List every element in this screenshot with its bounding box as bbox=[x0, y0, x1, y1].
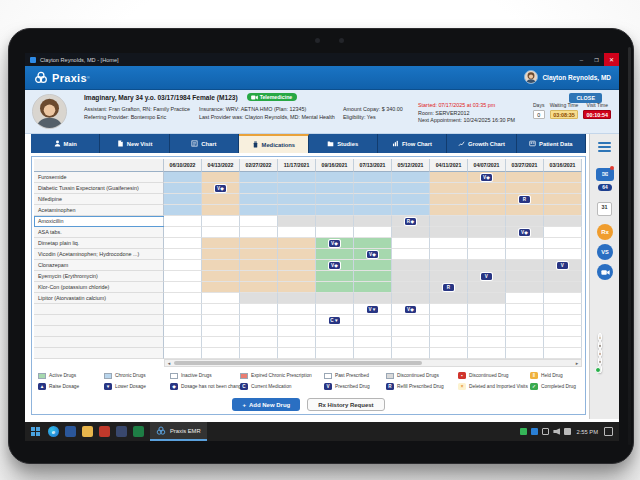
medication-cell[interactable] bbox=[316, 194, 354, 205]
action-center-icon[interactable] bbox=[604, 427, 613, 436]
medication-cell[interactable] bbox=[430, 183, 468, 194]
medication-cell[interactable] bbox=[202, 260, 240, 271]
medication-cell[interactable] bbox=[506, 271, 544, 282]
medication-cell[interactable]: V▼ bbox=[354, 304, 392, 315]
medication-cell[interactable] bbox=[240, 315, 278, 326]
drug-name[interactable]: Eyemycin (Erythromycin) bbox=[34, 271, 164, 282]
medication-cell[interactable] bbox=[506, 282, 544, 293]
medication-cell[interactable] bbox=[430, 348, 468, 359]
visit-date-header[interactable]: 11/17/2021 bbox=[278, 159, 316, 172]
medication-cell[interactable] bbox=[468, 238, 506, 249]
medication-cell[interactable] bbox=[316, 304, 354, 315]
medication-cell[interactable] bbox=[316, 172, 354, 183]
tab-medications[interactable]: Medications bbox=[239, 134, 308, 153]
medication-cell[interactable] bbox=[240, 227, 278, 238]
scroll-right-icon[interactable]: ▸ bbox=[573, 360, 581, 366]
medication-cell[interactable] bbox=[506, 315, 544, 326]
medication-cell[interactable] bbox=[240, 260, 278, 271]
medication-cell[interactable] bbox=[164, 249, 202, 260]
prescription-badge[interactable]: R◆ bbox=[405, 218, 416, 225]
medication-cell[interactable] bbox=[544, 172, 582, 183]
medication-cell[interactable]: R◆ bbox=[392, 216, 430, 227]
medication-cell[interactable] bbox=[506, 337, 544, 348]
medication-cell[interactable] bbox=[544, 205, 582, 216]
medication-cell[interactable] bbox=[430, 326, 468, 337]
medication-cell[interactable] bbox=[240, 293, 278, 304]
medication-cell[interactable] bbox=[544, 326, 582, 337]
medication-cell[interactable] bbox=[278, 260, 316, 271]
contact-avatar[interactable] bbox=[598, 349, 602, 357]
medication-cell[interactable] bbox=[202, 304, 240, 315]
medication-cell[interactable] bbox=[506, 216, 544, 227]
medication-cell[interactable] bbox=[430, 194, 468, 205]
medication-cell[interactable] bbox=[278, 227, 316, 238]
medication-cell[interactable] bbox=[506, 183, 544, 194]
close-window-button[interactable]: ✕ bbox=[604, 53, 619, 66]
medication-cell[interactable] bbox=[202, 216, 240, 227]
medication-cell[interactable] bbox=[468, 194, 506, 205]
medication-cell[interactable] bbox=[202, 194, 240, 205]
tray-user-icon[interactable] bbox=[564, 428, 571, 435]
medication-cell[interactable] bbox=[202, 337, 240, 348]
medication-cell[interactable] bbox=[164, 282, 202, 293]
medication-cell[interactable] bbox=[354, 348, 392, 359]
medication-cell[interactable] bbox=[468, 227, 506, 238]
drug-name[interactable]: Clonazepam bbox=[34, 260, 164, 271]
medication-cell[interactable] bbox=[354, 216, 392, 227]
medication-cell[interactable]: V◆ bbox=[316, 238, 354, 249]
medication-cell[interactable] bbox=[278, 183, 316, 194]
medication-cell[interactable] bbox=[506, 238, 544, 249]
medication-cell[interactable]: V◆ bbox=[392, 304, 430, 315]
tray-display-icon[interactable] bbox=[542, 428, 549, 435]
tab-studies[interactable]: Studies bbox=[309, 134, 378, 153]
medication-cell[interactable] bbox=[506, 260, 544, 271]
prescription-badge[interactable]: V▼ bbox=[367, 306, 378, 313]
medication-cell[interactable] bbox=[392, 183, 430, 194]
medication-cell[interactable] bbox=[544, 315, 582, 326]
medication-cell[interactable] bbox=[430, 260, 468, 271]
visit-date-header[interactable]: 04/07/2021 bbox=[468, 159, 506, 172]
scrollbar-thumb[interactable] bbox=[174, 361, 422, 365]
tray-volume-icon[interactable] bbox=[553, 428, 560, 435]
vital-signs-icon[interactable]: VS bbox=[597, 244, 613, 260]
add-new-drug-button[interactable]: + Add New Drug bbox=[232, 398, 300, 411]
medication-cell[interactable] bbox=[354, 205, 392, 216]
medication-cell[interactable]: R bbox=[506, 194, 544, 205]
medication-cell[interactable] bbox=[468, 348, 506, 359]
scroll-left-icon[interactable]: ◂ bbox=[165, 360, 173, 366]
medication-cell[interactable] bbox=[240, 238, 278, 249]
medication-cell[interactable] bbox=[354, 227, 392, 238]
medication-cell[interactable] bbox=[202, 282, 240, 293]
medication-cell[interactable] bbox=[278, 293, 316, 304]
clock[interactable]: 2:55 PM bbox=[576, 429, 598, 435]
taskbar-praxis-app[interactable]: Praxis EMR bbox=[150, 422, 207, 441]
medication-cell[interactable] bbox=[392, 293, 430, 304]
start-button-icon[interactable] bbox=[31, 427, 41, 437]
medication-cell[interactable] bbox=[468, 293, 506, 304]
tab-main[interactable]: Main bbox=[31, 134, 100, 153]
word-icon[interactable] bbox=[65, 426, 76, 437]
medication-cell[interactable] bbox=[240, 326, 278, 337]
medication-cell[interactable] bbox=[278, 238, 316, 249]
medication-cell[interactable] bbox=[392, 227, 430, 238]
medication-cell[interactable] bbox=[392, 348, 430, 359]
medication-cell[interactable] bbox=[354, 282, 392, 293]
medication-cell[interactable] bbox=[316, 205, 354, 216]
medication-cell[interactable] bbox=[544, 216, 582, 227]
prescription-badge[interactable]: V bbox=[557, 262, 568, 269]
prescription-badge[interactable]: R bbox=[443, 284, 454, 291]
medication-cell[interactable] bbox=[392, 337, 430, 348]
medication-cell[interactable] bbox=[468, 304, 506, 315]
drug-name[interactable]: Acetaminophen bbox=[34, 205, 164, 216]
medication-cell[interactable] bbox=[468, 337, 506, 348]
medication-cell[interactable] bbox=[202, 227, 240, 238]
medication-cell[interactable] bbox=[316, 293, 354, 304]
medication-cell[interactable]: V◆ bbox=[506, 227, 544, 238]
prescription-badge[interactable]: V◆ bbox=[329, 262, 340, 269]
medication-cell[interactable] bbox=[468, 315, 506, 326]
medication-cell[interactable] bbox=[506, 172, 544, 183]
medication-cell[interactable] bbox=[278, 315, 316, 326]
medication-cell[interactable]: C▼ bbox=[316, 315, 354, 326]
medication-cell[interactable] bbox=[202, 249, 240, 260]
medication-cell[interactable] bbox=[164, 337, 202, 348]
